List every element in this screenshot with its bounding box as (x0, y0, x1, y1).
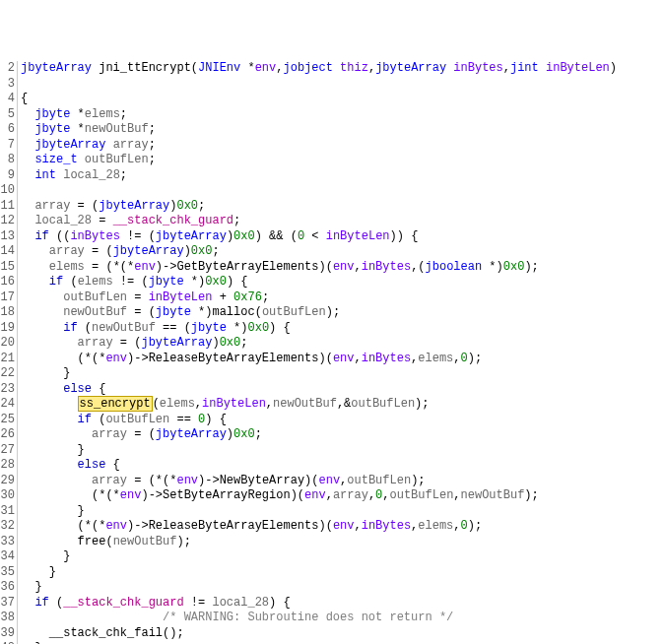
line-number: 30 (0, 488, 15, 504)
code-line[interactable]: jbyte *elems; (21, 107, 665, 123)
line-number: 15 (0, 260, 15, 276)
code-line[interactable]: /* WARNING: Subroutine does not return *… (21, 611, 665, 626)
code-line[interactable]: else { (21, 458, 665, 474)
line-number: 2 (0, 61, 15, 77)
line-number-gutter: 2345678910111213141516171819202122232425… (0, 61, 18, 644)
code-line[interactable]: array = (jbyteArray)0x0; (21, 427, 665, 443)
code-line[interactable]: int local_28; (21, 168, 665, 184)
highlighted-call: ss_encrypt (78, 396, 153, 412)
code-line[interactable]: (*(*env)->ReleaseByteArrayElements)(env,… (21, 352, 665, 367)
line-number: 36 (0, 580, 15, 596)
code-line[interactable]: if (newOutBuf == (jbyte *)0x0) { (21, 321, 665, 337)
line-number: 22 (0, 366, 15, 382)
code-line[interactable]: local_28 = __stack_chk_guard; (21, 214, 665, 229)
line-number: 38 (0, 611, 15, 626)
code-line[interactable]: if (__stack_chk_guard != local_28) { (21, 596, 665, 612)
code-line[interactable]: } (21, 580, 665, 596)
code-line[interactable]: jbyteArray array; (21, 138, 665, 154)
line-number: 33 (0, 535, 15, 550)
line-number: 3 (0, 77, 15, 93)
code-line[interactable]: array = (jbyteArray)0x0; (21, 336, 665, 352)
line-number: 34 (0, 549, 15, 565)
code-line[interactable]: newOutBuf = (jbyte *)malloc(outBufLen); (21, 305, 665, 321)
line-number: 32 (0, 519, 15, 535)
code-line[interactable]: __stack_chk_fail(); (21, 626, 665, 642)
code-line[interactable]: free(newOutBuf); (21, 535, 665, 550)
line-number: 17 (0, 290, 15, 306)
code-line[interactable]: if (outBufLen == 0) { (21, 413, 665, 428)
line-number: 24 (0, 397, 15, 413)
code-editor: 2345678910111213141516171819202122232425… (0, 61, 665, 644)
line-number: 31 (0, 504, 15, 520)
line-number: 4 (0, 92, 15, 107)
code-line[interactable]: size_t outBufLen; (21, 153, 665, 168)
line-number: 18 (0, 305, 15, 321)
code-line[interactable]: jbyte *newOutBuf; (21, 122, 665, 138)
code-line[interactable]: } (21, 565, 665, 581)
line-number: 7 (0, 138, 15, 154)
line-number: 23 (0, 382, 15, 398)
code-line[interactable]: jbyteArray jni_ttEncrypt(JNIEnv *env,job… (21, 61, 665, 77)
line-number: 25 (0, 413, 15, 428)
code-line[interactable]: } (21, 366, 665, 382)
code-line[interactable] (21, 77, 665, 93)
line-number: 10 (0, 183, 15, 199)
line-number: 9 (0, 168, 15, 184)
line-number: 27 (0, 443, 15, 459)
line-number: 37 (0, 596, 15, 612)
code-line[interactable]: if ((inBytes != (jbyteArray)0x0) && (0 <… (21, 229, 665, 245)
line-number: 5 (0, 107, 15, 123)
line-number: 26 (0, 427, 15, 443)
code-line[interactable]: if (elems != (jbyte *)0x0) { (21, 275, 665, 290)
line-number: 12 (0, 214, 15, 229)
code-line[interactable]: array = (*(*env)->NewByteArray)(env,outB… (21, 474, 665, 489)
code-line[interactable]: elems = (*(*env)->GetByteArrayElements)(… (21, 260, 665, 276)
line-number: 29 (0, 474, 15, 489)
line-number: 21 (0, 352, 15, 367)
code-line[interactable]: array = (jbyteArray)0x0; (21, 199, 665, 215)
code-line[interactable]: ss_encrypt(elems,inByteLen,newOutBuf,&ou… (21, 397, 665, 413)
code-line[interactable]: } (21, 443, 665, 459)
line-number: 20 (0, 336, 15, 352)
line-number: 35 (0, 565, 15, 581)
line-number: 16 (0, 275, 15, 290)
code-line[interactable]: { (21, 92, 665, 107)
code-line[interactable]: outBufLen = inByteLen + 0x76; (21, 290, 665, 306)
code-line[interactable]: } (21, 504, 665, 520)
line-number: 11 (0, 199, 15, 215)
code-line[interactable]: else { (21, 382, 665, 398)
code-line[interactable] (21, 183, 665, 199)
line-number: 6 (0, 122, 15, 138)
line-number: 19 (0, 321, 15, 337)
code-area[interactable]: jbyteArray jni_ttEncrypt(JNIEnv *env,job… (18, 61, 665, 644)
code-line[interactable]: } (21, 549, 665, 565)
code-line[interactable]: array = (jbyteArray)0x0; (21, 244, 665, 260)
code-line[interactable]: (*(*env)->SetByteArrayRegion)(env,array,… (21, 488, 665, 504)
line-number: 8 (0, 153, 15, 168)
line-number: 28 (0, 458, 15, 474)
code-line[interactable]: (*(*env)->ReleaseByteArrayElements)(env,… (21, 519, 665, 535)
line-number: 13 (0, 229, 15, 245)
line-number: 39 (0, 626, 15, 642)
line-number: 14 (0, 244, 15, 260)
